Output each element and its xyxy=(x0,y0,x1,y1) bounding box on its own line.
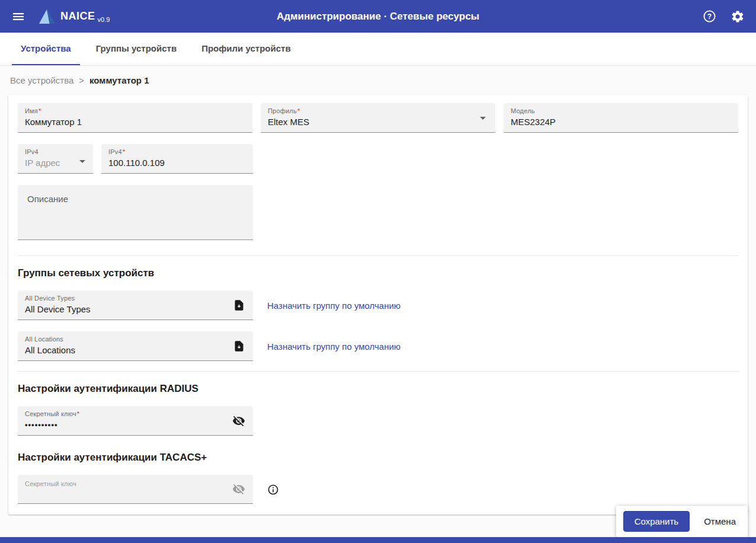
description-placeholder: Описание xyxy=(27,194,244,204)
ip-address-field[interactable]: IPv4* 100.110.0.109 xyxy=(101,144,253,174)
model-field-value: MES2324P xyxy=(511,117,731,127)
device-type-group-label: All Device Types xyxy=(25,295,226,302)
save-button[interactable]: Сохранить xyxy=(623,511,690,532)
name-field-label: Имя* xyxy=(25,107,245,115)
app-logo: NAICE v0.9 xyxy=(38,9,110,24)
device-form-card: Имя* Коммутатор 1 Профиль* Eltex MES Мод… xyxy=(8,95,748,515)
app-window: NAICE v0.9 Администрирование · Сетевые р… xyxy=(0,0,756,543)
name-field-value: Коммутатор 1 xyxy=(25,117,245,127)
section-title-radius: Настройки аутентификации RADIUS xyxy=(18,383,738,395)
location-group-field[interactable]: All Locations All Locations xyxy=(18,331,253,361)
section-divider xyxy=(18,371,738,372)
radius-secret-field[interactable]: Секретный ключ* •••••••••• xyxy=(18,406,253,436)
tacacs-secret-placeholder: Секретный ключ xyxy=(25,479,226,488)
top-bar: NAICE v0.9 Администрирование · Сетевые р… xyxy=(0,0,756,33)
breadcrumb: Все устройства > коммутатор 1 xyxy=(0,66,756,95)
chevron-down-icon xyxy=(79,160,85,163)
eye-off-icon[interactable] xyxy=(232,414,245,427)
section-title-device-groups: Группы сетевых устройств xyxy=(18,267,738,279)
tab-device-groups[interactable]: Группы устройств xyxy=(87,33,185,65)
tacacs-secret-row: Секретный ключ xyxy=(18,475,738,504)
location-group-label: All Locations xyxy=(25,336,226,343)
tab-devices[interactable]: Устройства xyxy=(12,33,80,65)
required-asterisk: * xyxy=(297,107,300,114)
ip-address-field-label: IPv4* xyxy=(108,148,246,156)
ip-version-select-placeholder: IP адрес xyxy=(25,158,86,168)
profile-select-label: Профиль* xyxy=(268,107,488,115)
topbar-actions: ? xyxy=(701,9,745,24)
name-field[interactable]: Имя* Коммутатор 1 xyxy=(18,103,252,133)
section-divider xyxy=(18,255,738,256)
device-type-group-row: All Device Types All Device Types Назнач… xyxy=(18,290,738,320)
breadcrumb-current: коммутатор 1 xyxy=(89,75,149,85)
assign-file-icon[interactable] xyxy=(233,340,245,352)
device-type-group-field[interactable]: All Device Types All Device Types xyxy=(18,290,253,320)
section-title-tacacs: Настройки аутентификации TACACS+ xyxy=(18,452,738,464)
tacacs-secret-field[interactable]: Секретный ключ xyxy=(18,475,253,504)
footer-bar xyxy=(0,537,756,543)
chevron-down-icon xyxy=(480,117,486,120)
cancel-button[interactable]: Отмена xyxy=(699,512,741,531)
location-group-row: All Locations All Locations Назначить гр… xyxy=(18,331,738,361)
tab-device-profiles[interactable]: Профили устройств xyxy=(193,33,299,65)
ip-version-select[interactable]: IPv4 IP адрес xyxy=(18,144,93,174)
info-icon[interactable] xyxy=(267,484,279,496)
help-icon[interactable]: ? xyxy=(701,9,717,24)
model-field[interactable]: Модель MES2324P xyxy=(504,103,738,133)
breadcrumb-all-devices-link[interactable]: Все устройства xyxy=(10,75,73,85)
radius-secret-value: •••••••••• xyxy=(25,420,226,430)
assign-file-icon[interactable] xyxy=(233,299,245,311)
profile-select[interactable]: Профиль* Eltex MES xyxy=(261,103,495,133)
breadcrumb-separator: > xyxy=(79,75,84,85)
ip-address-field-value: 100.110.0.109 xyxy=(108,158,246,168)
settings-gear-icon[interactable] xyxy=(730,9,745,24)
page-title: Администрирование · Сетевые ресурсы xyxy=(277,11,479,23)
description-field[interactable]: Описание xyxy=(18,185,253,240)
profile-select-value: Eltex MES xyxy=(268,117,488,127)
hamburger-menu-icon[interactable] xyxy=(11,9,26,24)
radius-secret-row: Секретный ключ* •••••••••• xyxy=(18,406,738,436)
svg-text:?: ? xyxy=(707,12,711,21)
app-version: v0.9 xyxy=(98,16,110,24)
device-type-group-value: All Device Types xyxy=(25,304,226,315)
model-field-label: Модель xyxy=(511,107,731,115)
required-asterisk: * xyxy=(39,107,41,114)
radius-secret-label: Секретный ключ* xyxy=(25,410,226,418)
ip-version-select-label: IPv4 xyxy=(25,148,86,156)
assign-default-device-type-group-link[interactable]: Назначить группу по умолчанию xyxy=(267,301,401,311)
required-asterisk: * xyxy=(123,148,125,155)
eye-off-icon[interactable] xyxy=(232,483,245,496)
action-bar: Сохранить Отмена xyxy=(616,506,748,537)
location-group-value: All Locations xyxy=(25,345,226,356)
assign-default-location-group-link[interactable]: Назначить группу по умолчанию xyxy=(267,341,401,352)
app-name: NAICE xyxy=(60,10,95,23)
naice-logo-icon xyxy=(38,9,60,24)
required-asterisk: * xyxy=(77,410,79,417)
tab-bar: Устройства Группы устройств Профили устр… xyxy=(0,33,756,66)
